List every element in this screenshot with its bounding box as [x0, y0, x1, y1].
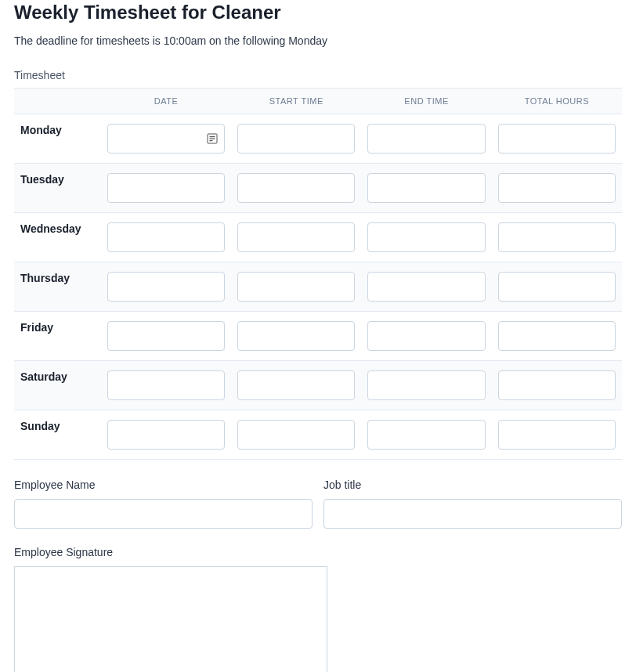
date-input[interactable] — [107, 321, 225, 351]
col-date: DATE — [101, 89, 231, 114]
start-input[interactable] — [237, 173, 355, 203]
page-title: Weekly Timesheet for Cleaner — [14, 2, 622, 23]
day-label: Saturday — [14, 361, 101, 410]
date-input[interactable] — [107, 370, 225, 400]
employee-name-label: Employee Name — [14, 479, 313, 491]
col-total: TOTAL HOURS — [492, 89, 622, 114]
total-input[interactable] — [498, 173, 616, 203]
page-subtitle: The deadline for timesheets is 10:00am o… — [14, 34, 622, 47]
date-input[interactable] — [107, 272, 225, 302]
day-label: Tuesday — [14, 164, 101, 213]
signature-label: Employee Signature — [14, 546, 622, 558]
day-label: Thursday — [14, 262, 101, 312]
job-title-input[interactable] — [323, 499, 622, 529]
date-input[interactable] — [107, 173, 225, 203]
start-input[interactable] — [237, 272, 355, 302]
table-row: Friday — [14, 312, 622, 361]
total-input[interactable] — [498, 420, 616, 450]
total-input[interactable] — [498, 124, 616, 154]
total-input[interactable] — [498, 370, 616, 400]
col-start: START TIME — [231, 89, 361, 114]
total-input[interactable] — [498, 321, 616, 351]
timesheet-label: Timesheet — [14, 69, 622, 81]
start-input[interactable] — [237, 420, 355, 450]
day-label: Sunday — [14, 410, 101, 460]
job-title-label: Job title — [323, 479, 622, 491]
end-input[interactable] — [367, 272, 485, 302]
table-row: Wednesday — [14, 213, 622, 262]
table-row: Sunday — [14, 410, 622, 460]
employee-name-group: Employee Name — [14, 479, 313, 529]
total-input[interactable] — [498, 222, 616, 252]
table-row: Monday — [14, 114, 622, 164]
date-input[interactable] — [107, 222, 225, 252]
end-input[interactable] — [367, 222, 485, 252]
total-input[interactable] — [498, 272, 616, 302]
start-input[interactable] — [237, 321, 355, 351]
start-input[interactable] — [237, 222, 355, 252]
end-input[interactable] — [367, 370, 485, 400]
day-label: Friday — [14, 312, 101, 361]
col-end: END TIME — [361, 89, 491, 114]
table-row: Tuesday — [14, 164, 622, 213]
start-input[interactable] — [237, 124, 355, 154]
end-input[interactable] — [367, 124, 485, 154]
timesheet-table: DATE START TIME END TIME TOTAL HOURS Mon… — [14, 88, 622, 460]
col-day — [14, 89, 101, 114]
day-label: Monday — [14, 114, 101, 164]
signature-pad[interactable] — [14, 566, 327, 672]
start-input[interactable] — [237, 370, 355, 400]
employee-name-input[interactable] — [14, 499, 313, 529]
day-label: Wednesday — [14, 213, 101, 262]
end-input[interactable] — [367, 173, 485, 203]
end-input[interactable] — [367, 321, 485, 351]
job-title-group: Job title — [323, 479, 622, 529]
date-input[interactable] — [107, 420, 225, 450]
end-input[interactable] — [367, 420, 485, 450]
date-input[interactable] — [107, 124, 225, 154]
table-row: Thursday — [14, 262, 622, 312]
table-row: Saturday — [14, 361, 622, 410]
